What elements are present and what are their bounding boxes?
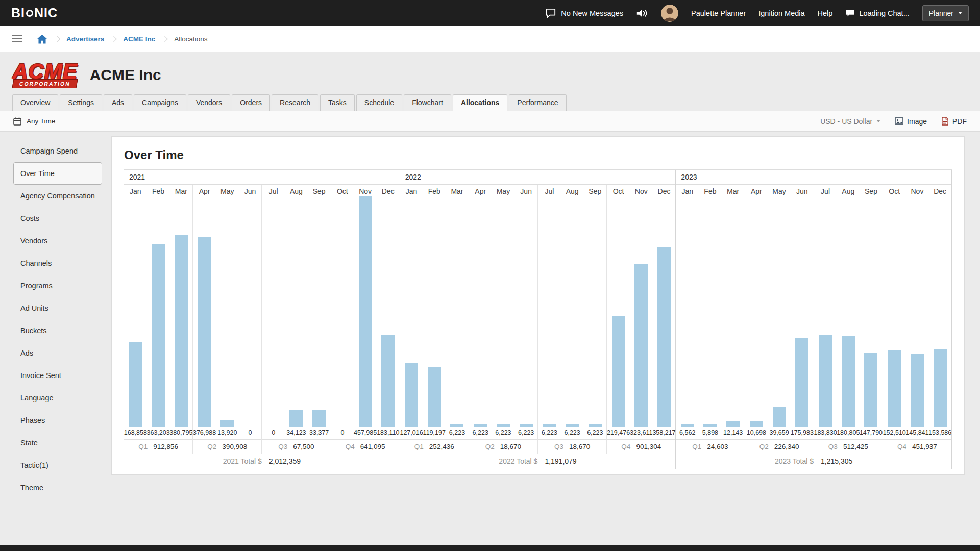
- month-labels-row: JulAugSep: [262, 185, 330, 196]
- breadcrumb-item-advertisers[interactable]: Advertisers: [66, 35, 104, 43]
- sidebar-item-costs[interactable]: Costs: [13, 207, 102, 230]
- month-labels-row: OctNovDec: [607, 185, 675, 196]
- sidebar-item-tactic-1[interactable]: Tactic(1): [13, 454, 102, 477]
- quarter-group-q4: OctNovDec219,476323,611358,217Q4901,304: [607, 185, 675, 454]
- bar: [152, 244, 165, 428]
- sidebar-item-language[interactable]: Language: [13, 387, 102, 409]
- bar-value: 33,377: [308, 427, 331, 439]
- planner-menu-button[interactable]: Planner: [922, 5, 969, 21]
- sidebar-item-agency-compensation[interactable]: Agency Compensation: [13, 185, 102, 207]
- year-section-2022: 2022JanFebMar127,016119,1976,223Q1252,43…: [400, 170, 676, 469]
- tab-settings[interactable]: Settings: [60, 94, 102, 111]
- tab-orders[interactable]: Orders: [232, 94, 270, 111]
- bar-values-row: 6,2236,2236,223: [469, 427, 537, 439]
- month-label: Mar: [722, 185, 745, 196]
- month-label: Jan: [124, 185, 147, 196]
- quarter-group-q4: OctNovDec152,510145,841153,586Q4451,937: [883, 185, 951, 454]
- bar-cell: [906, 354, 929, 427]
- tab-tasks[interactable]: Tasks: [320, 94, 355, 111]
- sidebar-item-channels[interactable]: Channels: [13, 252, 102, 274]
- sidebar-item-invoice-sent[interactable]: Invoice Sent: [13, 364, 102, 387]
- export-image-button[interactable]: Image: [895, 117, 927, 126]
- bar-value: 363,203: [147, 427, 170, 439]
- quarter-label: Q3: [828, 443, 838, 450]
- month-labels-row: JanFebMar: [124, 185, 192, 196]
- quarter-total-value: 390,908: [222, 443, 247, 450]
- sidebar-item-state[interactable]: State: [13, 432, 102, 454]
- time-filter-label: Any Time: [27, 117, 55, 125]
- quarter-total: Q318,670: [538, 439, 606, 454]
- tab-allocations[interactable]: Allocations: [453, 94, 507, 111]
- month-label: Sep: [583, 185, 606, 196]
- currency-dropdown[interactable]: USD - US Dollar: [820, 117, 880, 126]
- bar: [911, 354, 924, 427]
- quarter-label: Q1: [138, 443, 148, 450]
- bar-value: 219,476: [607, 427, 630, 439]
- quarter-label: Q4: [346, 443, 355, 450]
- year-total-row: 2022 Total $1,191,079: [400, 454, 676, 469]
- bar: [428, 367, 441, 427]
- tab-campaigns[interactable]: Campaigns: [134, 94, 186, 111]
- bar-cell: [169, 235, 192, 427]
- home-button[interactable]: [37, 34, 47, 44]
- tab-vendors[interactable]: Vendors: [188, 94, 230, 111]
- bar: [795, 338, 808, 427]
- bar-cell: [400, 363, 423, 427]
- bar-cell: [653, 247, 676, 428]
- bar-value: 12,143: [722, 427, 745, 439]
- tab-flowchart[interactable]: Flowchart: [404, 94, 451, 111]
- bionic-logo-prefix: BI: [11, 6, 25, 20]
- hamburger-menu-icon[interactable]: [12, 35, 22, 42]
- bar-cell: [124, 342, 147, 427]
- volume-button[interactable]: [636, 8, 648, 18]
- bionic-logo[interactable]: BINIC: [11, 6, 58, 20]
- month-label: Feb: [147, 185, 170, 196]
- sidebar-item-buckets[interactable]: Buckets: [13, 319, 102, 342]
- avatar[interactable]: [661, 5, 678, 22]
- tab-research[interactable]: Research: [272, 94, 318, 111]
- export-pdf-label: PDF: [952, 117, 967, 126]
- sidebar-item-theme[interactable]: Theme: [13, 477, 102, 499]
- breadcrumb-item-acme-inc[interactable]: ACME Inc: [123, 35, 155, 43]
- month-label: Oct: [883, 185, 906, 196]
- bar-value: 183,830: [814, 427, 837, 439]
- bar-cell: [768, 407, 791, 427]
- bar-cell: [745, 421, 768, 427]
- month-label: Sep: [860, 185, 883, 196]
- sidebar-item-over-time[interactable]: Over Time: [13, 162, 102, 185]
- currency-label: USD - US Dollar: [820, 117, 872, 126]
- help-link[interactable]: Help: [818, 9, 833, 17]
- bar-value: 5,898: [699, 427, 722, 439]
- bar-value: 34,123: [285, 427, 308, 439]
- sidebar-item-programs[interactable]: Programs: [13, 274, 102, 297]
- tab-ads[interactable]: Ads: [104, 94, 132, 111]
- advertiser-logo: ACME CORPORATION: [12, 61, 78, 88]
- chat-status[interactable]: Loading Chat...: [845, 9, 909, 17]
- bar-value: 152,510: [883, 427, 906, 439]
- tab-performance[interactable]: Performance: [509, 94, 566, 111]
- sidebar-item-vendors[interactable]: Vendors: [13, 230, 102, 252]
- bar-values-row: 168,858363,203380,795: [124, 427, 192, 439]
- report-sidebar: Campaign SpendOver TimeAgency Compensati…: [0, 132, 111, 499]
- time-filter[interactable]: Any Time: [13, 117, 55, 126]
- month-label: May: [768, 185, 791, 196]
- sidebar-item-ads[interactable]: Ads: [13, 342, 102, 364]
- sidebar-item-campaign-spend[interactable]: Campaign Spend: [13, 140, 102, 162]
- page-title: ACME Inc: [90, 66, 161, 84]
- tab-overview[interactable]: Overview: [12, 94, 58, 111]
- tab-schedule[interactable]: Schedule: [356, 94, 402, 111]
- chart-title: Over Time: [124, 148, 952, 162]
- sidebar-item-phases[interactable]: Phases: [13, 409, 102, 432]
- year-section-2023: 2023JanFebMar6,5625,89812,143Q124,603Apr…: [676, 170, 952, 469]
- quarter-total-value: 912,856: [153, 443, 178, 450]
- bar: [289, 410, 303, 427]
- month-label: Dec: [653, 185, 676, 196]
- year-total-label: 2023 Total $: [775, 457, 814, 465]
- bar-value: 358,217: [653, 427, 676, 439]
- user-name[interactable]: Paulette Planner: [691, 9, 746, 17]
- export-pdf-button[interactable]: PDF: [941, 117, 967, 126]
- sidebar-item-ad-units[interactable]: Ad Units: [13, 297, 102, 319]
- advertiser-logo-word: ACME: [12, 61, 78, 82]
- messages-indicator[interactable]: No New Messages: [545, 8, 623, 18]
- bar-cell: [630, 264, 653, 427]
